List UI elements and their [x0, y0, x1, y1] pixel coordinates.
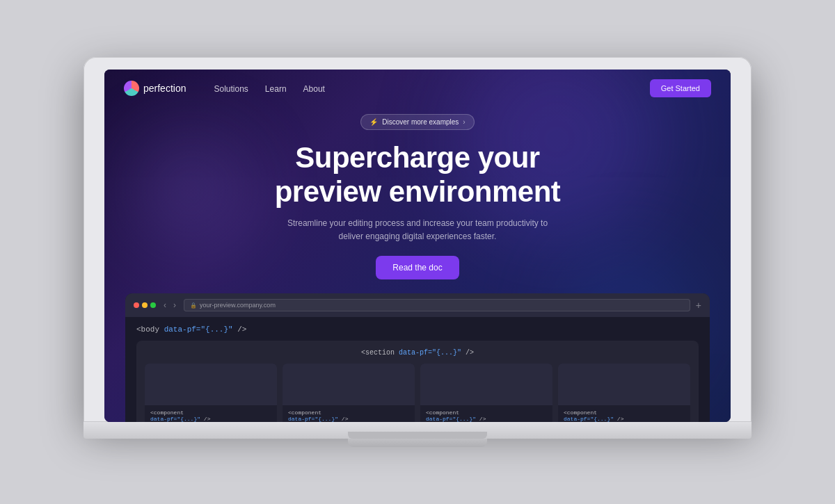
discover-badge[interactable]: ⚡ Discover more examples › [360, 114, 474, 130]
component-attr-2: data-pf="{...}" [288, 416, 338, 421]
component-attr-1: data-pf="{...}" [150, 416, 200, 421]
card-image-1 [145, 364, 277, 405]
browser-forward-button[interactable]: › [171, 300, 178, 310]
component-close-4: /> [617, 416, 624, 421]
section-attr: data-pf="{...}" [399, 349, 461, 357]
hero-title-line1: Supercharge your [295, 141, 539, 174]
browser-close-dot[interactable] [134, 302, 139, 308]
component-tag-2: <component [288, 409, 321, 416]
logo: perfection [124, 81, 186, 96]
browser-add-tab-button[interactable]: + [696, 300, 701, 311]
browser-maximize-dot[interactable] [150, 302, 156, 308]
browser-mockup: ‹ › 🔒 your-preview.company.com + <body d… [125, 293, 710, 421]
card-code-4: <component data-pf="{...}" /> [558, 405, 690, 421]
section-code-line: <section data-pf="{...}" /> [145, 349, 690, 357]
browser-minimize-dot[interactable] [142, 302, 148, 308]
body-close: /> [237, 325, 246, 334]
website-content: perfection Solutions Learn About Get Sta… [104, 70, 731, 421]
component-tag-1: <component [150, 409, 184, 416]
laptop-stand [348, 439, 487, 447]
body-code-line: <body data-pf="{...}" /> [136, 325, 699, 334]
browser-back-button[interactable]: ‹ [161, 300, 168, 310]
section-close: /> [466, 349, 474, 357]
component-grid: <section data-pf="{...}" /> <component d… [136, 341, 699, 421]
logo-icon [124, 81, 139, 96]
badge-icon: ⚡ [369, 118, 378, 126]
component-close-1: /> [204, 416, 211, 421]
body-attr: data-pf="{...}" [164, 325, 233, 334]
laptop-base [84, 422, 752, 439]
component-card-2: <component data-pf="{...}" /> [283, 364, 415, 421]
nav-link-about[interactable]: About [303, 84, 325, 94]
component-card-4: <component data-pf="{...}" /> [558, 364, 690, 421]
logo-text: perfection [143, 83, 186, 94]
badge-chevron: › [463, 118, 465, 126]
nav-links: Solutions Learn About [214, 82, 324, 95]
browser-address-bar[interactable]: 🔒 your-preview.company.com [184, 299, 690, 311]
laptop-screen: perfection Solutions Learn About Get Sta… [104, 70, 731, 421]
card-image-4 [558, 364, 690, 405]
component-close-2: /> [342, 416, 349, 421]
nav-link-solutions[interactable]: Solutions [214, 84, 248, 94]
browser-content: <body data-pf="{...}" /> <section data-p… [125, 317, 710, 421]
body-tag: <body [136, 325, 159, 334]
component-close-3: /> [479, 416, 486, 421]
component-tag-3: <component [426, 409, 459, 416]
hero-title-line2: preview environment [275, 175, 561, 208]
component-attr-3: data-pf="{...}" [426, 416, 476, 421]
laptop-bezel: perfection Solutions Learn About Get Sta… [84, 57, 752, 421]
laptop-container: perfection Solutions Learn About Get Sta… [84, 57, 752, 446]
hero-cta-button[interactable]: Read the doc [376, 256, 459, 279]
hero-subtitle: Streamline your editing process and incr… [278, 217, 557, 243]
lock-icon: 🔒 [190, 302, 197, 309]
component-attr-4: data-pf="{...}" [564, 416, 614, 421]
nav-get-started-button[interactable]: Get Started [650, 79, 711, 97]
hero-title: Supercharge your preview environment [132, 141, 703, 209]
navbar: perfection Solutions Learn About Get Sta… [104, 70, 731, 107]
component-card-1: <component data-pf="{...}" /> [145, 364, 277, 421]
browser-url: your-preview.company.com [200, 302, 276, 309]
badge-text: Discover more examples [382, 118, 459, 126]
section-tag: <section [361, 349, 395, 357]
nav-link-learn[interactable]: Learn [265, 84, 287, 94]
card-code-2: <component data-pf="{...}" /> [283, 405, 415, 421]
browser-nav-buttons: ‹ › [161, 300, 178, 310]
component-cards-grid: <component data-pf="{...}" /> <component [145, 364, 690, 421]
browser-toolbar: ‹ › 🔒 your-preview.company.com + [125, 293, 710, 317]
browser-traffic-lights [134, 302, 156, 308]
card-image-3 [420, 364, 552, 405]
card-code-1: <component data-pf="{...}" /> [145, 405, 277, 421]
card-image-2 [283, 364, 415, 405]
card-code-3: <component data-pf="{...}" /> [420, 405, 552, 421]
hero-section: ⚡ Discover more examples › Supercharge y… [104, 107, 731, 293]
component-card-3: <component data-pf="{...}" /> [420, 364, 552, 421]
component-tag-4: <component [564, 409, 597, 416]
